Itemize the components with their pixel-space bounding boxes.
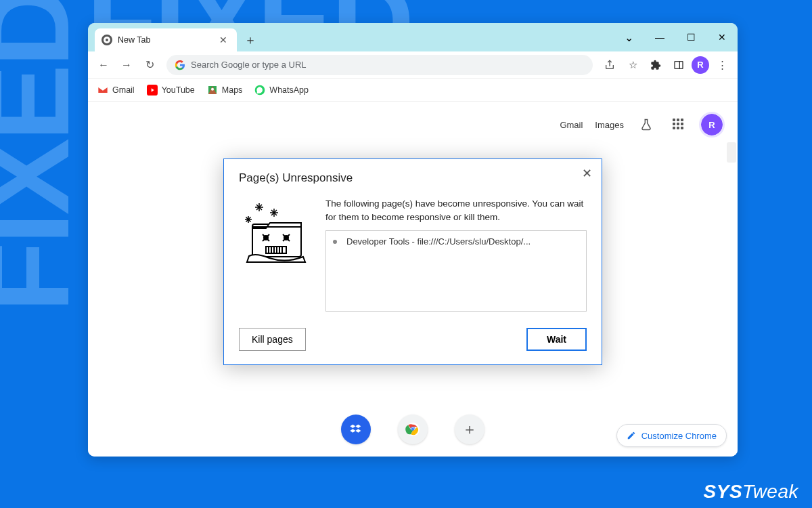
new-tab-button[interactable]: ＋ bbox=[241, 30, 260, 49]
bookmark-whatsapp[interactable]: WhatsApp bbox=[254, 85, 309, 96]
side-panel-icon[interactable] bbox=[669, 55, 689, 75]
maximize-button[interactable]: ☐ bbox=[675, 23, 706, 51]
ntp-shortcuts: ＋ bbox=[341, 415, 484, 444]
add-shortcut-button[interactable]: ＋ bbox=[455, 415, 484, 444]
bookmark-youtube[interactable]: YouTube bbox=[147, 85, 195, 96]
svg-point-1 bbox=[106, 39, 108, 41]
title-bar: New Tab ✕ ＋ ⌄ — ☐ ✕ bbox=[88, 23, 738, 51]
frozen-folder-icon bbox=[239, 197, 313, 272]
address-bar[interactable]: Search Google or type a URL bbox=[166, 55, 593, 75]
chrome-window: New Tab ✕ ＋ ⌄ — ☐ ✕ ← → ↻ Search Google … bbox=[88, 23, 738, 457]
svg-rect-2 bbox=[675, 61, 683, 68]
window-controls: ⌄ — ☐ ✕ bbox=[613, 23, 738, 51]
dialog-title: Page(s) Unresponsive bbox=[239, 171, 587, 185]
profile-avatar[interactable]: R bbox=[692, 56, 709, 74]
wait-button[interactable]: Wait bbox=[526, 328, 587, 351]
reload-button[interactable]: ↻ bbox=[139, 55, 160, 75]
back-button[interactable]: ← bbox=[93, 55, 114, 75]
kill-pages-button[interactable]: Kill pages bbox=[239, 328, 306, 351]
list-item[interactable]: Developer Tools - file:///C:/Users/slu/D… bbox=[333, 236, 579, 247]
tab-close-icon[interactable]: ✕ bbox=[217, 33, 230, 47]
svg-point-5 bbox=[211, 87, 214, 90]
toolbar: ← → ↻ Search Google or type a URL ☆ R ⋮ bbox=[88, 51, 738, 79]
bullet-icon bbox=[333, 240, 337, 244]
share-icon[interactable] bbox=[600, 55, 620, 75]
maps-icon bbox=[207, 85, 218, 96]
dialog-close-icon[interactable]: ✕ bbox=[582, 166, 592, 181]
customize-chrome-button[interactable]: Customize Chrome bbox=[616, 424, 727, 447]
kebab-menu-icon[interactable]: ⋮ bbox=[712, 55, 732, 75]
bookmark-maps[interactable]: Maps bbox=[207, 85, 243, 96]
close-window-button[interactable]: ✕ bbox=[706, 23, 738, 51]
tab-title: New Tab bbox=[118, 35, 150, 45]
youtube-icon bbox=[147, 85, 158, 96]
dialog-page-list: Developer Tools - file:///C:/Users/slu/D… bbox=[325, 230, 587, 312]
bookmark-star-icon[interactable]: ☆ bbox=[623, 55, 643, 75]
bookmark-gmail[interactable]: Gmail bbox=[97, 85, 135, 96]
google-icon bbox=[175, 60, 185, 70]
labs-icon[interactable] bbox=[636, 114, 656, 135]
shortcut-dropbox[interactable] bbox=[341, 415, 371, 444]
whatsapp-icon bbox=[254, 85, 265, 96]
pencil-icon bbox=[627, 431, 636, 440]
forward-button[interactable]: → bbox=[116, 55, 137, 75]
shortcut-chrome[interactable] bbox=[398, 415, 428, 444]
plus-icon: ＋ bbox=[462, 419, 477, 440]
scrollbar[interactable] bbox=[727, 142, 736, 163]
gmail-icon bbox=[97, 85, 108, 96]
omnibox-placeholder: Search Google or type a URL bbox=[191, 60, 307, 70]
ntp-images-link[interactable]: Images bbox=[595, 120, 624, 130]
systweak-watermark: SYSTweak bbox=[704, 481, 798, 503]
tab-search-button[interactable]: ⌄ bbox=[613, 23, 644, 51]
unresponsive-dialog: ✕ Page(s) Unresponsive bbox=[223, 158, 602, 365]
ntp-profile-avatar[interactable]: R bbox=[701, 114, 723, 135]
ntp-header: Gmail Images R bbox=[560, 114, 723, 135]
minimize-button[interactable]: — bbox=[644, 23, 675, 51]
ntp-gmail-link[interactable]: Gmail bbox=[560, 120, 583, 130]
browser-tab[interactable]: New Tab ✕ bbox=[95, 28, 237, 51]
bookmarks-bar: Gmail YouTube Maps WhatsApp bbox=[88, 79, 738, 102]
extensions-icon[interactable] bbox=[646, 55, 666, 75]
google-apps-icon[interactable] bbox=[669, 114, 689, 135]
dialog-message: The following page(s) have become unresp… bbox=[325, 197, 587, 224]
chrome-favicon-icon bbox=[102, 35, 112, 45]
